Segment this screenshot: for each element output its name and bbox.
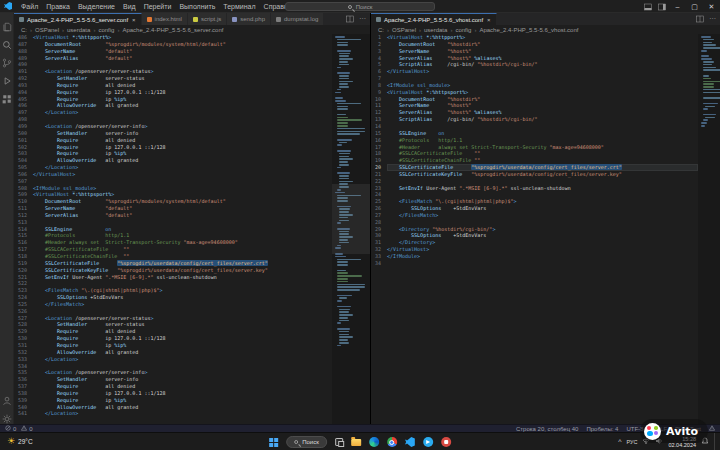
more-actions-icon[interactable]: ⋯ xyxy=(359,15,366,23)
code-line[interactable]: #Header always set Strict-Transport-Secu… xyxy=(33,239,332,246)
line-number[interactable]: 32 xyxy=(371,246,381,253)
warnings-icon[interactable] xyxy=(21,425,27,432)
line-number[interactable]: 527 xyxy=(14,315,27,322)
line-number[interactable]: 521 xyxy=(14,274,27,281)
code-line[interactable]: SetHandler server-info xyxy=(33,130,332,137)
code-line[interactable]: ServerName "default" xyxy=(33,48,332,55)
edge-browser-icon[interactable] xyxy=(369,437,379,447)
line-number[interactable]: 535 xyxy=(14,369,27,376)
breadcrumb-item[interactable]: OSPanel xyxy=(35,27,59,33)
line-number[interactable]: 523 xyxy=(14,287,27,294)
code-line[interactable]: ServerAlias "%host%" %aliases% xyxy=(387,109,698,116)
line-number[interactable]: 541 xyxy=(14,410,27,417)
line-number[interactable]: 19 xyxy=(371,157,381,164)
code-line[interactable]: ServerName "%host%" xyxy=(387,102,698,109)
line-number[interactable]: 6 xyxy=(371,68,381,75)
code-line[interactable]: SSLCertificateFile "%sprogdir%/userdata/… xyxy=(387,164,698,171)
code-line[interactable]: AllowOverride all granted xyxy=(33,102,332,109)
line-number[interactable]: 497 xyxy=(14,109,27,116)
code-line[interactable]: Require ip 127.0.0.1 ::1/128 xyxy=(33,390,332,397)
split-editor-icon[interactable] xyxy=(346,15,354,23)
code-line[interactable]: </FilesMatch> xyxy=(387,212,698,219)
line-number[interactable]: 25 xyxy=(371,198,381,205)
line-number[interactable]: 525 xyxy=(14,301,27,308)
line-number[interactable]: 540 xyxy=(14,404,27,411)
line-number[interactable]: 538 xyxy=(14,390,27,397)
account-icon[interactable] xyxy=(2,392,12,402)
keyboard-language[interactable]: РУС xyxy=(626,439,637,445)
line-number[interactable]: 33 xyxy=(371,253,381,260)
taskbar-search[interactable]: Поиск xyxy=(286,436,327,448)
line-number-gutter[interactable]: 4864874884894904914924934944954964974984… xyxy=(14,34,31,424)
code-line[interactable]: </Location> xyxy=(33,410,332,417)
line-number[interactable]: 27 xyxy=(371,212,381,219)
line-number[interactable]: 532 xyxy=(14,349,27,356)
status-bell-icon[interactable] xyxy=(709,425,715,432)
code-line[interactable]: SetEnvIf User-Agent ".*MSIE [6-9].*" ssl… xyxy=(33,274,332,281)
minimap-slider[interactable] xyxy=(332,184,370,254)
code-line[interactable] xyxy=(387,75,698,82)
code-line[interactable]: SetHandler server-info xyxy=(33,376,332,383)
code-line[interactable]: <Location /openserver/server-status> xyxy=(33,315,332,322)
breadcrumb-item[interactable]: userdata xyxy=(67,27,90,33)
line-number[interactable]: 505 xyxy=(14,164,27,171)
line-number[interactable]: 528 xyxy=(14,321,27,328)
line-number[interactable]: 9 xyxy=(371,89,381,96)
line-number[interactable]: 31 xyxy=(371,239,381,246)
code-line[interactable]: #SSLCertificateChainFile "" xyxy=(33,253,332,260)
line-number[interactable]: 492 xyxy=(14,75,27,82)
breadcrumb-item[interactable]: config xyxy=(455,27,471,33)
code-line[interactable]: </Directory> xyxy=(387,239,698,246)
code-line[interactable] xyxy=(387,219,698,226)
line-number[interactable]: 536 xyxy=(14,376,27,383)
line-number[interactable]: 511 xyxy=(14,205,27,212)
tab[interactable]: send.php xyxy=(227,13,271,25)
code-line[interactable]: DocumentRoot "%sprogdir%/modules/system/… xyxy=(33,41,332,48)
menu-item[interactable]: Перейти xyxy=(140,3,176,10)
line-number[interactable]: 495 xyxy=(14,96,27,103)
close-button[interactable]: ✕ xyxy=(703,0,720,13)
line-number[interactable]: 13 xyxy=(371,116,381,123)
line-number[interactable]: 16 xyxy=(371,137,381,144)
menu-item[interactable]: Правка xyxy=(42,3,74,10)
code-line[interactable]: <Location /openserver/server-info> xyxy=(33,123,332,130)
code-line[interactable]: </VirtualHost> xyxy=(387,68,698,75)
status-item[interactable]: Пробелы: 4 xyxy=(586,426,618,432)
breadcrumb-item[interactable]: C: xyxy=(378,27,384,33)
code-line[interactable]: <FilesMatch "\.(cgi|shtml|phtml|php)$"> xyxy=(33,287,332,294)
code-line[interactable]: SetHandler server-status xyxy=(33,321,332,328)
task-view-button[interactable] xyxy=(335,438,343,446)
code-line[interactable]: SSLEngine on xyxy=(33,226,332,233)
status-errors[interactable]: 0 xyxy=(5,425,16,432)
settings-icon[interactable] xyxy=(2,410,12,420)
line-number[interactable]: 494 xyxy=(14,89,27,96)
minimap[interactable] xyxy=(332,34,370,424)
line-number[interactable]: 2 xyxy=(371,41,381,48)
code-line[interactable]: DocumentRoot "%hostdir%" xyxy=(387,96,698,103)
line-number[interactable]: 4 xyxy=(371,55,381,62)
code-line[interactable]: </VirtualHost> xyxy=(33,171,332,178)
line-number[interactable]: 526 xyxy=(14,308,27,315)
code-line[interactable]: </IfModule> xyxy=(387,253,698,260)
code-line[interactable]: AllowOverride all granted xyxy=(33,404,332,411)
code-editor[interactable]: 4864874884894904914924934944954964974984… xyxy=(14,34,370,424)
code-line[interactable]: <VirtualHost *:%httpport%> xyxy=(387,34,698,41)
code-line[interactable]: </FilesMatch> xyxy=(33,301,332,308)
code-line[interactable] xyxy=(387,260,698,267)
code-line[interactable]: Require all denied xyxy=(33,328,332,335)
split-editor-icon[interactable] xyxy=(696,15,704,23)
code-line[interactable]: ServerName "%host%" xyxy=(387,48,698,55)
code-line[interactable]: <IfModule ssl_module> xyxy=(387,82,698,89)
minimize-button[interactable]: – xyxy=(669,0,686,13)
toggle-sidebar-icon[interactable] xyxy=(655,0,669,13)
code-line[interactable]: ServerAlias "%host%" %aliases% xyxy=(387,55,698,62)
line-number[interactable]: 5 xyxy=(371,61,381,68)
line-number[interactable]: 508 xyxy=(14,185,27,192)
line-number[interactable]: 490 xyxy=(14,61,27,68)
code-line[interactable]: #SSLCACertificateFile "" xyxy=(33,246,332,253)
code-line[interactable]: #Header always set Strict-Transport-Secu… xyxy=(387,144,698,151)
breadcrumb[interactable]: C:›OSPanel›userdata›config›Apache_2.4-PH… xyxy=(371,25,720,34)
line-number[interactable]: 531 xyxy=(14,342,27,349)
tray-overflow-icon[interactable]: ^ xyxy=(618,438,621,445)
code-line[interactable]: ServerName "default" xyxy=(33,205,332,212)
